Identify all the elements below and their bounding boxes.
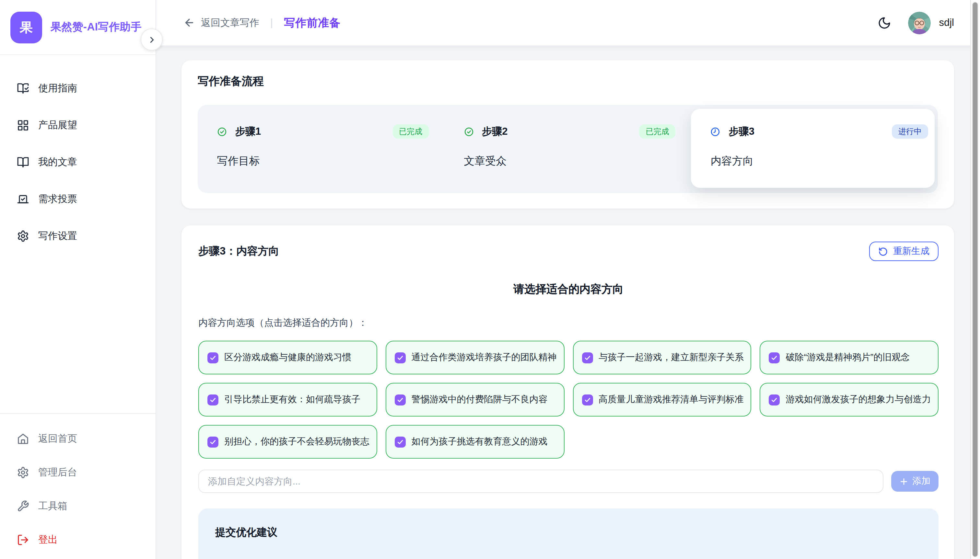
step3-card: 步骤3：内容方向 重新生成 请选择适合的内容方向 内容方向选项（点击选择适合的方… <box>181 225 954 559</box>
step-name: 写作目标 <box>217 154 429 169</box>
direction-option[interactable]: 如何为孩子挑选有教育意义的游戏 <box>386 425 565 458</box>
checkbox-checked-icon[interactable] <box>395 394 406 405</box>
step3-card-title: 步骤3：内容方向 <box>198 244 279 258</box>
option-label: 区分游戏成瘾与健康的游戏习惯 <box>224 352 351 363</box>
option-label: 如何为孩子挑选有教育意义的游戏 <box>411 436 548 448</box>
status-badge: 已完成 <box>393 124 429 139</box>
step-name: 文章受众 <box>464 154 675 169</box>
checkbox-checked-icon[interactable] <box>207 352 219 363</box>
regenerate-button[interactable]: 重新生成 <box>869 241 939 261</box>
chevron-right-icon <box>147 35 156 45</box>
direction-option[interactable]: 警惕游戏中的付费陷阱与不良内容 <box>386 383 565 417</box>
sidebar-footer: 返回首页 管理后台 工具箱 登出 <box>0 413 156 559</box>
page-scrollbar-track[interactable] <box>970 0 980 559</box>
checkbox-checked-icon[interactable] <box>582 352 593 363</box>
feedback-panel: 提交优化建议 <box>198 508 939 559</box>
regenerate-label: 重新生成 <box>893 245 929 257</box>
process-card: 写作准备流程 步骤1 已完成 写作目标 <box>181 60 954 208</box>
username[interactable]: sdjl <box>939 17 954 28</box>
vote-icon <box>17 193 29 205</box>
direction-option[interactable]: 破除“游戏是精神鸦片”的旧观念 <box>760 341 939 374</box>
option-label: 破除“游戏是精神鸦片”的旧观念 <box>786 352 910 363</box>
sidebar-item-product[interactable]: 产品展望 <box>0 107 156 144</box>
page-title: 写作前准备 <box>284 15 341 30</box>
home-icon <box>17 432 29 445</box>
sidebar-item-label: 我的文章 <box>38 156 77 169</box>
direction-option[interactable]: 与孩子一起游戏，建立新型亲子关系 <box>573 341 751 374</box>
sidebar-item-guide[interactable]: 使用指南 <box>0 70 156 107</box>
content-scroll-area: 写作准备流程 步骤1 已完成 写作目标 <box>156 46 971 559</box>
step-name: 内容方向 <box>711 154 928 169</box>
option-label: 别担心，你的孩子不会轻易玩物丧志 <box>224 436 370 448</box>
direction-prompt: 请选择适合的内容方向 <box>198 282 939 297</box>
custom-direction-input[interactable] <box>198 470 884 493</box>
sidebar-item-label: 管理后台 <box>38 466 77 478</box>
header-actions: sdjl <box>876 12 954 34</box>
step-3[interactable]: 步骤3 进行中 内容方向 <box>691 109 935 188</box>
option-label: 通过合作类游戏培养孩子的团队精神 <box>411 352 557 363</box>
direction-option[interactable]: 高质量儿童游戏推荐清单与评判标准 <box>573 383 751 417</box>
sidebar: 果 果然赞-AI写作助手 使用指南 产品展望 我的文章 <box>0 0 156 559</box>
checkbox-checked-icon[interactable] <box>769 352 780 363</box>
step-label: 步骤1 <box>235 125 261 138</box>
sidebar-item-label: 工具箱 <box>38 500 67 512</box>
direction-option[interactable]: 通过合作类游戏培养孩子的团队精神 <box>386 341 565 374</box>
app-logo: 果 <box>10 12 42 43</box>
option-label: 警惕游戏中的付费陷阱与不良内容 <box>411 394 548 405</box>
direction-option[interactable]: 别担心，你的孩子不会轻易玩物丧志 <box>198 425 377 458</box>
checkbox-checked-icon[interactable] <box>207 394 219 405</box>
sidebar-collapse-button[interactable] <box>141 28 163 51</box>
sidebar-item-vote[interactable]: 需求投票 <box>0 181 156 218</box>
sidebar-item-label: 写作设置 <box>38 230 77 242</box>
status-badge: 进行中 <box>892 124 928 139</box>
option-label: 引导比禁止更有效：如何疏导孩子 <box>224 394 360 405</box>
checkbox-checked-icon[interactable] <box>207 436 219 447</box>
direction-option[interactable]: 引导比禁止更有效：如何疏导孩子 <box>198 383 377 417</box>
checkbox-checked-icon[interactable] <box>395 436 406 447</box>
checkbox-checked-icon[interactable] <box>582 394 593 405</box>
check-circle-icon <box>464 127 473 136</box>
step-label: 步骤3 <box>729 125 754 138</box>
moon-icon <box>877 16 891 30</box>
sidebar-item-label: 产品展望 <box>38 119 77 131</box>
logout-button[interactable]: 登出 <box>0 523 156 556</box>
status-badge: 已完成 <box>639 124 676 139</box>
page-scrollbar-thumb[interactable] <box>972 2 978 557</box>
back-to-writing-link[interactable]: 返回文章写作 <box>183 17 259 29</box>
back-link-label: 返回文章写作 <box>201 17 259 29</box>
feedback-panel-title: 提交优化建议 <box>215 526 922 539</box>
options-label: 内容方向选项（点击选择适合的方向）： <box>198 317 939 329</box>
sidebar-item-label: 需求投票 <box>38 193 77 205</box>
step-2[interactable]: 步骤2 已完成 文章受众 <box>444 105 691 193</box>
sidebar-item-label: 返回首页 <box>38 432 77 445</box>
sidebar-item-admin[interactable]: 管理后台 <box>0 455 156 489</box>
avatar[interactable] <box>908 12 930 34</box>
checkbox-checked-icon[interactable] <box>769 394 780 405</box>
sidebar-item-home[interactable]: 返回首页 <box>0 422 156 455</box>
sidebar-nav: 使用指南 产品展望 我的文章 需求投票 <box>0 55 156 255</box>
step-1[interactable]: 步骤1 已完成 写作目标 <box>198 105 444 193</box>
dark-mode-toggle[interactable] <box>876 14 893 31</box>
sidebar-item-label: 登出 <box>38 533 58 546</box>
option-label: 游戏如何激发孩子的想象力与创造力 <box>786 394 931 405</box>
checkbox-checked-icon[interactable] <box>395 352 406 363</box>
gear-icon <box>17 230 29 242</box>
sidebar-item-toolbox[interactable]: 工具箱 <box>0 489 156 523</box>
main-area: 返回文章写作 | 写作前准备 <box>156 0 980 559</box>
add-direction-button[interactable]: 添加 <box>891 471 939 492</box>
brand: 果 果然赞-AI写作助手 <box>0 0 156 55</box>
arrow-left-icon <box>183 17 195 28</box>
direction-option[interactable]: 游戏如何激发孩子的想象力与创造力 <box>760 383 939 417</box>
app-title: 果然赞-AI写作助手 <box>51 20 142 34</box>
plus-icon <box>899 477 908 486</box>
app-root: 果 果然赞-AI写作助手 使用指南 产品展望 我的文章 <box>0 0 980 559</box>
rotate-ccw-icon <box>878 246 888 256</box>
check-circle-icon <box>217 127 227 136</box>
option-label: 与孩子一起游戏，建立新型亲子关系 <box>599 352 744 363</box>
sidebar-item-settings[interactable]: 写作设置 <box>0 218 156 255</box>
option-label: 高质量儿童游戏推荐清单与评判标准 <box>599 394 744 405</box>
direction-option[interactable]: 区分游戏成瘾与健康的游戏习惯 <box>198 341 377 374</box>
custom-direction-row: 添加 <box>198 470 939 493</box>
wrench-icon <box>17 500 29 512</box>
sidebar-item-articles[interactable]: 我的文章 <box>0 144 156 181</box>
